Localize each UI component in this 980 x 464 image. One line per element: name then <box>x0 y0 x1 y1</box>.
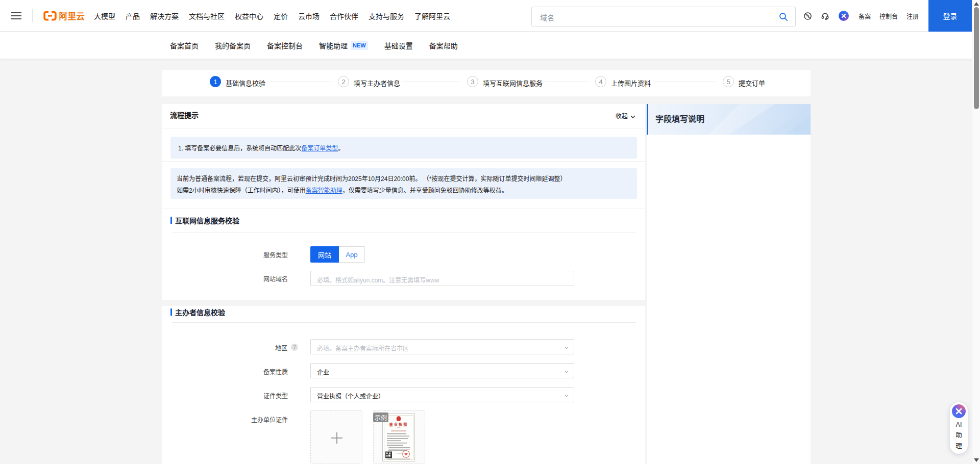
svg-text:阿里云: 阿里云 <box>59 12 85 21</box>
svg-text:营业执照: 营业执照 <box>389 422 408 427</box>
